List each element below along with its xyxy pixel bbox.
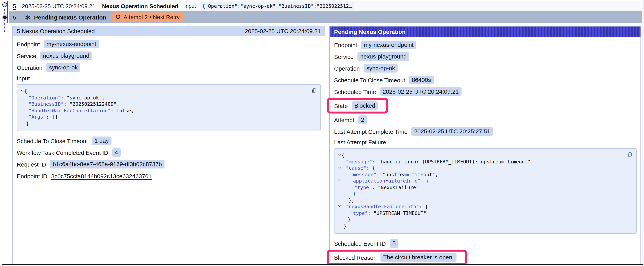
- collapse-chevron-icon[interactable]: [338, 166, 342, 169]
- copy-icon[interactable]: [311, 87, 317, 94]
- field-value-badge: 4: [112, 148, 121, 157]
- field-value-badge: 2025-02-25 UTC 20:25:27.51: [412, 127, 493, 136]
- code-line: }: [334, 191, 623, 197]
- code-line: }: [17, 120, 307, 127]
- timeline-node-open-icon: [2, 2, 7, 7]
- field-operation: Operationsync-op-ok: [13, 62, 325, 73]
- field-label: Request ID: [17, 161, 46, 167]
- scrollbar-track[interactable]: [642, 0, 644, 266]
- field-value-badge: nexus-playground: [40, 52, 92, 60]
- field-label: Workflow Task Completed Event ID: [17, 149, 108, 156]
- code-line: "nexusHandlerFailureInfo": {: [334, 204, 623, 210]
- field-value-badge: The circuit breaker is open.: [380, 253, 456, 262]
- history-row-nexus-operation-scheduled[interactable]: 5 2025-02-25 UTC 20:24:09.21 Nexus Opera…: [9, 1, 641, 11]
- event-detail-header: 5 Nexus Operation Scheduled 2025-02-25 U…: [13, 26, 325, 36]
- timeline-node-current-icon: [2, 15, 8, 20]
- field-value-badge: 2025-02-25 UTC 20:24:09.21: [380, 87, 461, 96]
- field-label: Service: [334, 53, 354, 60]
- failure-json-viewer: {"message": "handler error (UPSTREAM_TIM…: [334, 148, 636, 234]
- field-last-attempt-complete-time: Last Attempt Complete Time2025-02-25 UTC…: [330, 126, 640, 137]
- history-row-pending-nexus-operation[interactable]: 5 Pending Nexus Operation Attempt 2 • Ne…: [9, 11, 643, 24]
- field-label: Service: [17, 53, 36, 59]
- collapse-chevron-icon[interactable]: [338, 153, 342, 156]
- code-line: "cause": {: [334, 165, 623, 171]
- event-timestamp: 2025-02-25 UTC 20:24:09.21: [22, 3, 95, 9]
- field-value-link[interactable]: 3c0c75ccfa8144b092c13ce632463761: [51, 173, 152, 179]
- field-label: Blocked Reason: [334, 254, 376, 261]
- field-label: Scheduled Event ID: [334, 240, 386, 247]
- pending-operation-header: Pending Nexus Operation: [330, 27, 640, 37]
- field-attempt: Attempt2: [330, 114, 640, 126]
- collapse-chevron-icon[interactable]: [338, 179, 342, 182]
- field-value-badge: b1c6a4bc-8ee7-468a-9169-df3b02c8737b: [50, 160, 164, 168]
- field-label: Schedule To Close Timeout: [334, 77, 405, 83]
- field-scheduled-event-id: Scheduled Event ID5: [330, 237, 640, 249]
- input-label: Input: [184, 3, 196, 9]
- field-value-badge: 86400s: [409, 76, 434, 84]
- retry-badge-label: Attempt 2 • Next Retry: [124, 14, 180, 20]
- field-value-badge: my-nexus-endpoint: [361, 41, 416, 49]
- code-line: },: [334, 197, 623, 204]
- code-line: {: [334, 152, 623, 159]
- retry-status-badge: Attempt 2 • Next Retry: [111, 13, 184, 22]
- workflow-history-view: 5 2025-02-25 UTC 20:24:09.21 Nexus Opera…: [0, 0, 644, 266]
- field-label: Endpoint ID: [17, 173, 47, 179]
- pending-operation-header-title: Pending Nexus Operation: [334, 29, 406, 35]
- field-value-badge: my-nexus-endpoint: [44, 40, 99, 48]
- field-value-badge: sync-op-ok: [46, 63, 80, 72]
- code-line: "Args": []: [17, 114, 307, 120]
- field-label: Last Attempt Complete Time: [334, 128, 408, 135]
- pending-asterisk-icon: [25, 14, 31, 20]
- field-value-badge: sync-op-ok: [364, 64, 398, 73]
- field-service: Servicenexus-playground: [330, 51, 640, 62]
- event-title: Nexus Operation Scheduled: [102, 3, 178, 9]
- annotation-highlight-box: Blocked ReasonThe circuit breaker is ope…: [327, 250, 467, 265]
- code-line: "message": "upstream timeout",: [334, 171, 623, 178]
- event-id-link[interactable]: 5: [13, 14, 16, 21]
- event-id-link[interactable]: 5: [13, 3, 16, 9]
- code-line: }: [334, 223, 623, 229]
- code-line: "HandlerWaitForCancellation": false,: [17, 107, 307, 114]
- field-service: Servicenexus-playground: [13, 50, 325, 62]
- timeline-active-bar: [7, 1, 8, 24]
- field-scheduled-time: Scheduled Time2025-02-25 UTC 20:24:09.21: [330, 86, 640, 98]
- field-label: Attempt: [334, 116, 354, 123]
- field-label: Scheduled Time: [334, 88, 376, 95]
- code-line: "BusinessID": "20250225122409",: [17, 101, 307, 107]
- field-label: Schedule To Close Timeout: [17, 137, 88, 144]
- field-state: StateBlocked: [329, 100, 382, 112]
- code-line: }: [334, 216, 623, 223]
- code-line: "type": "NexusFailure": [334, 184, 623, 191]
- input-section-label: Input: [13, 73, 325, 83]
- field-label: Endpoint: [334, 42, 357, 48]
- copy-icon[interactable]: [627, 151, 633, 158]
- code-line: {: [17, 88, 307, 95]
- annotation-highlight-box: StateBlocked: [327, 98, 388, 114]
- field-request-id: Request IDb1c6a4bc-8ee7-468a-9169-df3b02…: [13, 158, 325, 170]
- field-label: Endpoint: [17, 41, 40, 47]
- field-endpoint: Endpointmy-nexus-endpoint: [330, 39, 640, 51]
- code-line: "Operation": "sync-op-ok",: [17, 95, 307, 101]
- history-group-bottom-border: [2, 264, 643, 265]
- field-label: Operation: [334, 65, 360, 72]
- field-value-badge: 1 day: [92, 137, 112, 145]
- field-endpoint-id: Endpoint ID3c0c75ccfa8144b092c13ce632463…: [13, 170, 325, 182]
- field-endpoint: Endpointmy-nexus-endpoint: [13, 38, 325, 50]
- collapse-chevron-icon[interactable]: [20, 89, 24, 92]
- code-line: "type": "UPSTREAM_TIMEOUT": [334, 210, 623, 216]
- field-blocked-reason: Blocked ReasonThe circuit breaker is ope…: [329, 251, 460, 263]
- code-line: "applicationFailureInfo": {: [334, 178, 623, 184]
- input-preview-chip[interactable]: {"Operation":"sync-op-ok","BusinessID":"…: [200, 2, 354, 10]
- field-label: State: [334, 102, 348, 109]
- last-attempt-failure-label: Last Attempt Failure: [330, 137, 640, 147]
- field-workflow-task-completed-event-id: Workflow Task Completed Event ID4: [13, 147, 325, 158]
- collapse-chevron-icon[interactable]: [338, 205, 342, 207]
- event-detail-title: 5 Nexus Operation Scheduled: [17, 28, 95, 34]
- retry-icon: [115, 14, 121, 21]
- field-label: Operation: [17, 64, 42, 71]
- event-detail-timestamp: 2025-02-25 UTC 20:24:09.21: [245, 28, 321, 34]
- field-value-badge: nexus-playground: [358, 52, 410, 61]
- pending-operation-title: Pending Nexus Operation: [34, 14, 106, 21]
- field-schedule-to-close-timeout: Schedule To Close Timeout1 day: [13, 135, 325, 147]
- code-line: "message": "handler error (UPSTREAM_TIME…: [334, 159, 623, 165]
